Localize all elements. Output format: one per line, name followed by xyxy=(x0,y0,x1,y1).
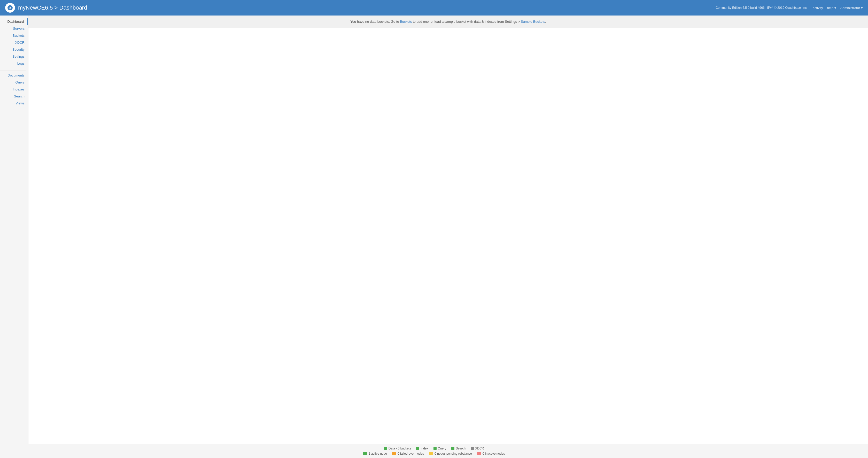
page-title: myNewCE6.5 > Dashboard xyxy=(18,4,87,11)
app-header: myNewCE6.5 > Dashboard Community Edition… xyxy=(0,0,868,16)
failed-nodes-icon xyxy=(392,452,396,455)
search-color-dot xyxy=(451,447,455,450)
footer-legend: Data - 0 buckets Index Query Search XDCR xyxy=(384,447,484,450)
sidebar-item-documents[interactable]: Documents xyxy=(0,72,28,79)
inactive-nodes-icon xyxy=(477,452,481,455)
svg-rect-9 xyxy=(429,453,433,454)
stat-failed-nodes: 0 failed-over nodes xyxy=(392,452,424,455)
legend-data: Data - 0 buckets xyxy=(384,447,411,450)
index-color-dot xyxy=(416,447,419,450)
query-color-dot xyxy=(433,447,437,450)
sidebar-item-logs[interactable]: Logs xyxy=(0,60,28,67)
sample-buckets-link[interactable]: Sample Buckets xyxy=(521,20,545,24)
legend-search-label: Search xyxy=(456,447,466,450)
svg-rect-1 xyxy=(9,7,10,8)
main-content: You have no data buckets. Go to Buckets … xyxy=(28,16,868,444)
svg-rect-12 xyxy=(477,453,481,454)
legend-query: Query xyxy=(433,447,446,450)
legend-data-label: Data - 0 buckets xyxy=(389,447,411,450)
pending-nodes-icon xyxy=(429,452,433,455)
sidebar-item-buckets[interactable]: Buckets xyxy=(0,32,28,39)
xdcr-color-dot xyxy=(471,447,474,450)
sidebar-item-views[interactable]: Views xyxy=(0,100,28,107)
sidebar-item-dashboard[interactable]: Dashboard xyxy=(0,18,28,25)
admin-chevron-icon: ▾ xyxy=(861,6,863,10)
sidebar-data-section: Documents Query Indexes Search Views xyxy=(0,72,28,107)
version-info: Community Edition 6.5.0 build 4966 · IPv… xyxy=(716,6,808,9)
legend-query-label: Query xyxy=(438,447,446,450)
notice-text-end: . xyxy=(545,20,546,24)
notice-text-before: You have no data buckets. Go to xyxy=(350,20,400,24)
svg-rect-5 xyxy=(392,452,396,453)
sidebar-item-search[interactable]: Search xyxy=(0,93,28,100)
inactive-nodes-label: 0 inactive nodes xyxy=(483,452,505,455)
legend-search: Search xyxy=(451,447,466,450)
admin-link[interactable]: Administrator ▾ xyxy=(840,6,863,10)
header-right: Community Edition 6.5.0 build 4966 · IPv… xyxy=(716,6,863,10)
main-layout: Dashboard Servers Buckets XDCR Security … xyxy=(0,16,868,444)
legend-index-label: Index xyxy=(421,447,428,450)
svg-rect-7 xyxy=(392,454,396,455)
svg-rect-3 xyxy=(363,453,367,454)
buckets-link[interactable]: Buckets xyxy=(400,20,412,24)
stat-pending-nodes: 0 nodes pending rebalance xyxy=(429,452,472,455)
data-color-dot xyxy=(384,447,387,450)
sidebar-cluster-section: Dashboard Servers Buckets XDCR Security … xyxy=(0,18,28,67)
header-nav: activity help ▾ Administrator ▾ xyxy=(813,6,863,10)
legend-xdcr: XDCR xyxy=(471,447,484,450)
couchbase-logo xyxy=(5,3,15,13)
sidebar-item-settings[interactable]: Settings xyxy=(0,53,28,60)
footer-stats: 1 active node 0 failed-over nodes 0 node… xyxy=(363,452,505,455)
svg-rect-6 xyxy=(392,453,396,454)
sidebar: Dashboard Servers Buckets XDCR Security … xyxy=(0,16,28,444)
svg-rect-8 xyxy=(429,452,433,453)
help-link[interactable]: help ▾ xyxy=(827,6,836,10)
stat-active-nodes: 1 active node xyxy=(363,452,387,455)
app-footer: Data - 0 buckets Index Query Search XDCR… xyxy=(0,444,868,458)
sidebar-item-indexes[interactable]: Indexes xyxy=(0,86,28,93)
help-chevron-icon: ▾ xyxy=(834,6,836,10)
failed-nodes-label: 0 failed-over nodes xyxy=(398,452,424,455)
active-nodes-label: 1 active node xyxy=(369,452,387,455)
sidebar-item-servers[interactable]: Servers xyxy=(0,25,28,32)
svg-rect-11 xyxy=(477,452,481,453)
active-nodes-icon xyxy=(363,452,367,455)
sidebar-item-query[interactable]: Query xyxy=(0,79,28,86)
legend-xdcr-label: XDCR xyxy=(475,447,484,450)
sidebar-item-xdcr[interactable]: XDCR xyxy=(0,39,28,46)
legend-index: Index xyxy=(416,447,428,450)
pending-nodes-label: 0 nodes pending rebalance xyxy=(435,452,472,455)
notice-bar: You have no data buckets. Go to Buckets … xyxy=(28,16,868,28)
activity-link[interactable]: activity xyxy=(813,6,823,10)
sidebar-item-security[interactable]: Security xyxy=(0,46,28,53)
svg-rect-2 xyxy=(363,452,367,453)
svg-rect-10 xyxy=(429,454,433,455)
notice-text-middle: to add one, or load a sample bucket with… xyxy=(412,20,521,24)
svg-rect-4 xyxy=(363,454,367,455)
stat-inactive-nodes: 0 inactive nodes xyxy=(477,452,505,455)
sidebar-divider xyxy=(0,70,26,71)
header-left: myNewCE6.5 > Dashboard xyxy=(5,3,87,13)
svg-rect-13 xyxy=(477,454,481,455)
